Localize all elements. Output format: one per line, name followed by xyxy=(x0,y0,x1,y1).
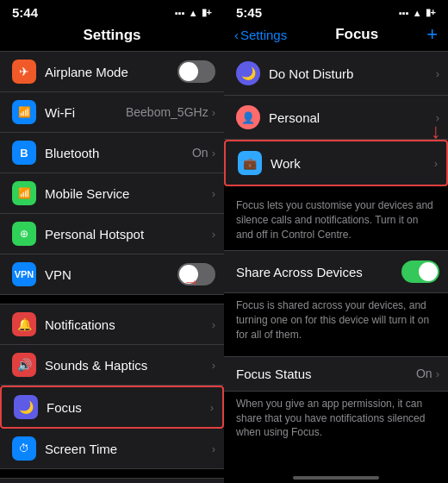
wifi-label: Wi-Fi xyxy=(45,105,126,120)
bluetooth-chevron: › xyxy=(212,147,215,160)
settings-item-notifications[interactable]: 🔔 Notifications › xyxy=(0,304,224,345)
signal-icon: ▪▪▪ xyxy=(175,8,185,18)
left-status-icons: ▪▪▪ ▲ ▮+ xyxy=(175,7,212,18)
bluetooth-label: Bluetooth xyxy=(45,146,192,160)
personal-icon: 👤 xyxy=(236,105,260,129)
left-screen-title: Settings xyxy=(0,23,224,51)
settings-item-mobile[interactable]: 📶 Mobile Service › xyxy=(0,173,224,214)
right-status-icons: ▪▪▪ ▲ ▮+ xyxy=(399,7,436,18)
right-panel: 5:45 ▪▪▪ ▲ ▮+ ‹ Settings Focus + 🌙 Do No… xyxy=(224,0,448,483)
focus-chevron: › xyxy=(210,401,214,414)
focus-description: Focus lets you customise your devices an… xyxy=(224,193,448,250)
mobile-label: Mobile Service xyxy=(45,186,212,201)
airplane-toggle[interactable] xyxy=(177,60,215,83)
right-time: 5:45 xyxy=(236,5,262,20)
hotspot-label: Personal Hotspot xyxy=(45,227,212,242)
vpn-icon: VPN xyxy=(12,262,36,286)
settings-item-vpn[interactable]: VPN VPN xyxy=(0,254,224,295)
share-label: Share Across Devices xyxy=(236,265,401,279)
red-arrow-right: ↓ xyxy=(431,121,441,141)
back-chevron-icon: ‹ xyxy=(234,28,239,42)
screentime-chevron: › xyxy=(212,442,215,455)
bluetooth-value: On xyxy=(192,146,208,160)
wifi-status-icon: ▲ xyxy=(189,8,198,18)
right-nav: ‹ Settings Focus + xyxy=(224,23,448,51)
mobile-icon: 📶 xyxy=(12,181,36,205)
left-time: 5:44 xyxy=(12,5,38,20)
bluetooth-icon: B xyxy=(12,141,36,165)
airplane-icon: ✈ xyxy=(12,60,36,84)
notifications-icon: 🔔 xyxy=(12,312,36,336)
settings-group-connectivity: ✈ Airplane Mode 📶 Wi-Fi Beebom_5GHz › B … xyxy=(0,51,224,295)
red-arrow-left: ↑ xyxy=(183,279,202,287)
share-section: Share Across Devices Focus is shared acr… xyxy=(224,250,448,350)
dnd-icon: 🌙 xyxy=(236,61,260,85)
sounds-chevron: › xyxy=(212,359,215,372)
settings-item-wifi[interactable]: 📶 Wi-Fi Beebom_5GHz › xyxy=(0,92,224,133)
notifications-label: Notifications xyxy=(45,317,212,332)
settings-item-general[interactable]: ⚙ General › xyxy=(0,478,224,483)
share-toggle[interactable] xyxy=(401,260,439,283)
back-button[interactable]: ‹ Settings xyxy=(234,28,287,42)
right-screen-title: Focus xyxy=(335,26,378,43)
vpn-label: VPN xyxy=(45,267,177,282)
settings-group-system: ⚙ General › ≡ Control Centre › ☀ Display… xyxy=(0,478,224,483)
notifications-chevron: › xyxy=(212,318,215,331)
add-focus-button[interactable]: + xyxy=(426,25,438,44)
home-indicator xyxy=(224,469,448,483)
airplane-label: Airplane Mode xyxy=(45,65,177,79)
focus-status-description: When you give an app permission, it can … xyxy=(224,392,448,448)
right-battery-icon: ▮+ xyxy=(426,7,436,18)
focus-item-work[interactable]: 💼 Work › xyxy=(224,140,448,186)
right-wifi-icon: ▲ xyxy=(413,8,422,18)
work-icon: 💼 xyxy=(238,151,262,175)
settings-item-sounds[interactable]: 🔊 Sounds & Haptics › xyxy=(0,345,224,386)
personal-label: Personal xyxy=(269,110,436,125)
settings-item-focus[interactable]: 🌙 Focus › xyxy=(0,386,224,429)
hotspot-icon: ⊕ xyxy=(12,222,36,246)
screentime-label: Screen Time xyxy=(45,442,212,456)
work-label: Work xyxy=(271,156,434,171)
left-panel: 5:44 ▪▪▪ ▲ ▮+ Settings ✈ Airplane Mode 📶… xyxy=(0,0,224,483)
mobile-chevron: › xyxy=(212,187,215,200)
right-status-bar: 5:45 ▪▪▪ ▲ ▮+ xyxy=(224,0,448,23)
settings-item-bluetooth[interactable]: B Bluetooth On › xyxy=(0,133,224,173)
settings-item-hotspot[interactable]: ⊕ Personal Hotspot › xyxy=(0,214,224,254)
sounds-label: Sounds & Haptics xyxy=(45,358,212,373)
wifi-icon: 📶 xyxy=(12,100,36,124)
share-description: Focus is shared across your devices, and… xyxy=(224,293,448,350)
settings-item-airplane[interactable]: ✈ Airplane Mode xyxy=(0,51,224,92)
back-label: Settings xyxy=(240,28,287,42)
work-chevron: › xyxy=(434,157,438,170)
share-across-devices-item[interactable]: Share Across Devices xyxy=(224,250,448,293)
focus-list: 🌙 Do Not Disturb › 👤 Personal › 💼 Work › xyxy=(224,51,448,186)
status-section: Focus Status On › When you give an app p… xyxy=(224,356,448,448)
home-bar xyxy=(293,476,379,480)
focus-item-personal[interactable]: 👤 Personal › xyxy=(224,96,448,140)
screentime-icon: ⏱ xyxy=(12,436,36,461)
settings-item-screentime[interactable]: ⏱ Screen Time › xyxy=(0,429,224,469)
wifi-chevron: › xyxy=(212,106,215,119)
battery-icon: ▮+ xyxy=(202,7,212,18)
dnd-chevron: › xyxy=(436,67,439,80)
focus-status-value: On xyxy=(416,367,432,380)
focus-item-dnd[interactable]: 🌙 Do Not Disturb › xyxy=(224,51,448,96)
focus-icon: 🌙 xyxy=(14,395,38,419)
left-status-bar: 5:44 ▪▪▪ ▲ ▮+ xyxy=(0,0,224,23)
focus-status-chevron: › xyxy=(436,367,439,380)
focus-status-item[interactable]: Focus Status On › xyxy=(224,356,448,392)
focus-status-label: Focus Status xyxy=(236,367,416,381)
wifi-value: Beebom_5GHz xyxy=(126,105,208,119)
hotspot-chevron: › xyxy=(212,228,215,241)
sounds-icon: 🔊 xyxy=(12,353,36,377)
right-signal-icon: ▪▪▪ xyxy=(399,8,409,18)
settings-group-prefs: 🔔 Notifications › 🔊 Sounds & Haptics › 🌙… xyxy=(0,304,224,469)
dnd-label: Do Not Disturb xyxy=(269,66,436,81)
focus-label: Focus xyxy=(47,400,210,415)
